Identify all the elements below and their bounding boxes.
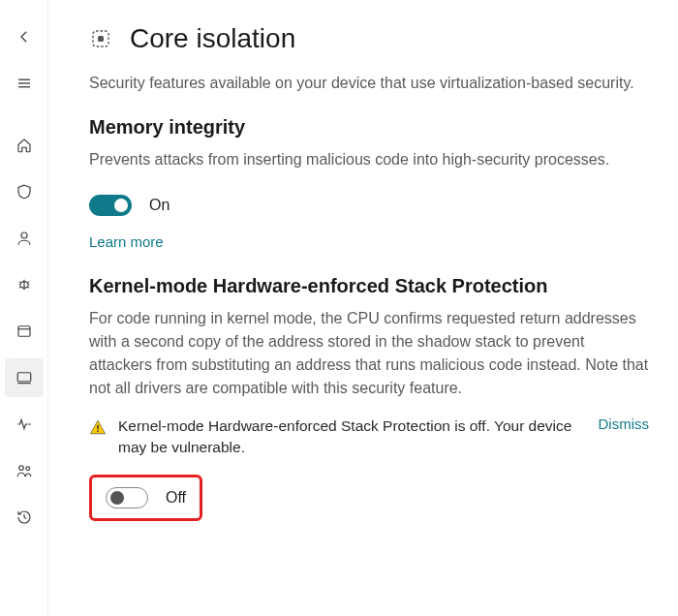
svg-rect-13	[97, 430, 99, 432]
memory-integrity-toggle-label: On	[149, 197, 170, 214]
svg-rect-12	[97, 425, 99, 430]
back-button[interactable]	[5, 17, 44, 56]
core-isolation-icon	[89, 27, 112, 50]
svg-rect-11	[98, 36, 104, 42]
svg-rect-6	[17, 373, 31, 382]
svg-point-8	[18, 466, 23, 471]
sidebar-item-device-security[interactable]	[5, 358, 44, 397]
kernel-stack-warning-text: Kernel-mode Hardware-enforced Stack Prot…	[118, 416, 587, 457]
menu-button[interactable]	[5, 64, 44, 103]
memory-integrity-desc: Prevents attacks from inserting maliciou…	[89, 148, 649, 171]
sidebar	[0, 0, 48, 616]
kernel-stack-title: Kernel-mode Hardware-enforced Stack Prot…	[89, 275, 649, 297]
sidebar-item-history[interactable]	[5, 498, 44, 537]
sidebar-item-account[interactable]	[5, 219, 44, 258]
kernel-stack-toggle-label: Off	[166, 489, 186, 507]
sidebar-item-protection[interactable]	[5, 172, 44, 211]
sidebar-item-home[interactable]	[5, 126, 44, 165]
kernel-stack-toggle-highlight: Off	[89, 475, 202, 521]
memory-integrity-toggle[interactable]	[89, 195, 132, 216]
main-content: Core isolation Security features availab…	[48, 0, 678, 616]
learn-more-link[interactable]: Learn more	[89, 233, 164, 250]
warning-icon	[89, 418, 107, 436]
memory-integrity-title: Memory integrity	[89, 116, 649, 139]
page-header: Core isolation	[89, 23, 649, 54]
sidebar-item-app-browser[interactable]	[5, 312, 44, 351]
dismiss-link[interactable]: Dismiss	[599, 416, 650, 432]
page-title: Core isolation	[130, 23, 295, 54]
page-subtitle: Security features available on your devi…	[89, 72, 649, 95]
kernel-stack-toggle[interactable]	[106, 487, 148, 508]
svg-rect-4	[18, 326, 30, 337]
sidebar-item-performance[interactable]	[5, 405, 44, 444]
svg-point-9	[25, 467, 29, 471]
sidebar-item-family[interactable]	[5, 451, 44, 490]
kernel-stack-desc: For code running in kernel mode, the CPU…	[89, 307, 649, 400]
svg-point-3	[21, 232, 27, 238]
kernel-stack-warning: Kernel-mode Hardware-enforced Stack Prot…	[89, 416, 649, 457]
memory-integrity-toggle-row: On	[89, 195, 649, 216]
sidebar-item-firewall[interactable]	[5, 265, 44, 304]
